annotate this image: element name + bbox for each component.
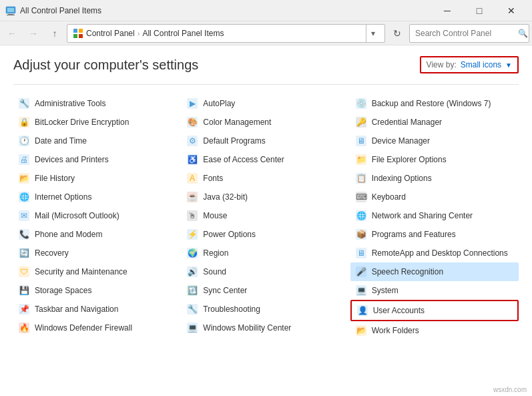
item-icon: 👤	[356, 304, 369, 317]
item-icon: 🔧	[186, 303, 199, 316]
view-by-control[interactable]: View by: Small icons ▼	[420, 56, 519, 73]
item-icon: 🌐	[17, 190, 31, 204]
item-icon: 🔃	[186, 284, 199, 297]
svg-text:🌍: 🌍	[188, 248, 198, 258]
svg-text:🖥: 🖥	[357, 248, 365, 258]
svg-text:🔄: 🔄	[19, 248, 29, 258]
item-label: Recovery	[35, 248, 69, 258]
item-label: Default Programs	[203, 136, 265, 146]
item-label: Network and Sharing Center	[372, 211, 473, 220]
close-button[interactable]: ✕	[496, 0, 527, 21]
list-item[interactable]: 👤 User Accounts	[350, 300, 519, 321]
list-item[interactable]: 🔊 Sound	[182, 262, 350, 281]
list-item[interactable]: 🌍 Region	[182, 244, 350, 262]
window-controls: ─ □ ✕	[432, 0, 527, 21]
item-icon: 🕐	[17, 134, 31, 148]
item-label: Devices and Printers	[35, 155, 109, 164]
list-item[interactable]: ⌨ Keyboard	[350, 188, 519, 206]
item-label: Phone and Modem	[35, 230, 102, 239]
svg-text:📌: 📌	[19, 304, 29, 314]
item-icon: 💾	[17, 284, 31, 297]
item-label: Color Management	[203, 118, 271, 127]
list-item[interactable]: 🔥 Windows Defender Firewall	[13, 319, 182, 337]
list-item[interactable]: ☕ Java (32-bit)	[182, 188, 350, 206]
svg-text:💿: 💿	[356, 98, 366, 108]
list-item[interactable]: 🔧 Troubleshooting	[182, 300, 350, 319]
window-title: All Control Panel Items	[20, 6, 432, 15]
list-item[interactable]: 🕐 Date and Time	[13, 132, 182, 150]
page-title: Adjust your computer's settings	[13, 57, 198, 73]
list-item[interactable]: 💻 Windows Mobility Center	[182, 319, 350, 337]
svg-rect-1	[7, 8, 14, 12]
svg-rect-5	[79, 29, 83, 33]
item-label: File Explorer Options	[372, 155, 447, 164]
address-field[interactable]: Control Panel › All Control Panel Items …	[67, 24, 385, 43]
column-2: 💿 Backup and Restore (Windows 7) 🔑 Crede…	[350, 94, 519, 340]
list-item[interactable]: 📂 File History	[13, 169, 182, 188]
item-icon: 🔧	[17, 97, 31, 110]
list-item[interactable]: ▶ AutoPlay	[182, 94, 350, 113]
item-icon: 🛡	[17, 265, 31, 278]
svg-text:🔃: 🔃	[188, 285, 198, 295]
item-label: Keyboard	[372, 192, 406, 202]
list-item[interactable]: ✉ Mail (Microsoft Outlook)	[13, 206, 182, 225]
svg-text:♿: ♿	[188, 154, 198, 164]
item-label: Fonts	[203, 174, 223, 183]
list-item[interactable]: 🔧 Administrative Tools	[13, 94, 182, 113]
item-icon: 🔒	[17, 116, 31, 129]
search-icon: 🔍	[518, 29, 528, 38]
list-item[interactable]: 🔃 Sync Center	[182, 281, 350, 300]
back-button[interactable]: ←	[3, 24, 21, 43]
search-box[interactable]: 🔍	[409, 24, 529, 43]
maximize-button[interactable]: □	[464, 0, 495, 21]
list-item[interactable]: 🎤 Speech Recognition	[350, 262, 519, 281]
up-button[interactable]: ↑	[45, 24, 64, 43]
breadcrumb-control-panel: Control Panel	[86, 29, 135, 38]
list-item[interactable]: 📋 Indexing Options	[350, 169, 519, 188]
list-item[interactable]: ♿ Ease of Access Center	[182, 150, 350, 169]
list-item[interactable]: 🎨 Color Management	[182, 113, 350, 132]
forward-button[interactable]: →	[24, 24, 43, 43]
list-item[interactable]: 💻 System	[350, 281, 519, 300]
list-item[interactable]: 💾 Storage Spaces	[13, 281, 182, 300]
list-item[interactable]: 📞 Phone and Modem	[13, 225, 182, 244]
control-panel-icon	[73, 28, 83, 39]
list-item[interactable]: 🖥 Device Manager	[350, 132, 519, 150]
view-by-value[interactable]: Small icons	[461, 60, 501, 69]
item-label: Power Options	[203, 230, 256, 239]
item-label: System	[372, 286, 398, 295]
list-item[interactable]: 🔄 Recovery	[13, 244, 182, 262]
list-item[interactable]: 📦 Programs and Features	[350, 225, 519, 244]
minimize-button[interactable]: ─	[432, 0, 463, 21]
list-item[interactable]: 📁 File Explorer Options	[350, 150, 519, 169]
item-label: Indexing Options	[372, 174, 432, 183]
list-item[interactable]: 📌 Taskbar and Navigation	[13, 300, 182, 319]
list-item[interactable]: 💿 Backup and Restore (Windows 7)	[350, 94, 519, 113]
item-label: Security and Maintenance	[35, 267, 127, 276]
svg-rect-7	[79, 34, 83, 38]
list-item[interactable]: 🔑 Credential Manager	[350, 113, 519, 132]
item-label: Taskbar and Navigation	[35, 305, 118, 314]
list-item[interactable]: 🔒 BitLocker Drive Encryption	[13, 113, 182, 132]
item-icon: 💻	[186, 321, 199, 335]
svg-text:📋: 📋	[356, 173, 366, 183]
list-item[interactable]: 🌐 Network and Sharing Center	[350, 206, 519, 225]
item-icon: 🖱	[186, 209, 199, 222]
item-label: Windows Defender Firewall	[35, 323, 132, 333]
address-dropdown[interactable]: ▾	[366, 25, 379, 42]
list-item[interactable]: A Fonts	[182, 169, 350, 188]
item-label: Storage Spaces	[35, 286, 91, 295]
list-item[interactable]: 📂 Work Folders	[350, 321, 519, 340]
list-item[interactable]: ⚡ Power Options	[182, 225, 350, 244]
list-item[interactable]: ⚙ Default Programs	[182, 132, 350, 150]
svg-text:🕐: 🕐	[19, 136, 29, 146]
svg-text:▶: ▶	[190, 99, 196, 108]
list-item[interactable]: 🌐 Internet Options	[13, 188, 182, 206]
list-item[interactable]: 🛡 Security and Maintenance	[13, 262, 182, 281]
list-item[interactable]: 🖱 Mouse	[182, 206, 350, 225]
breadcrumb-current: All Control Panel Items	[142, 29, 224, 38]
refresh-button[interactable]: ↻	[388, 24, 407, 43]
list-item[interactable]: 🖥 RemoteApp and Desktop Connections	[350, 244, 519, 262]
list-item[interactable]: 🖨 Devices and Printers	[13, 150, 182, 169]
search-input[interactable]	[415, 29, 515, 38]
